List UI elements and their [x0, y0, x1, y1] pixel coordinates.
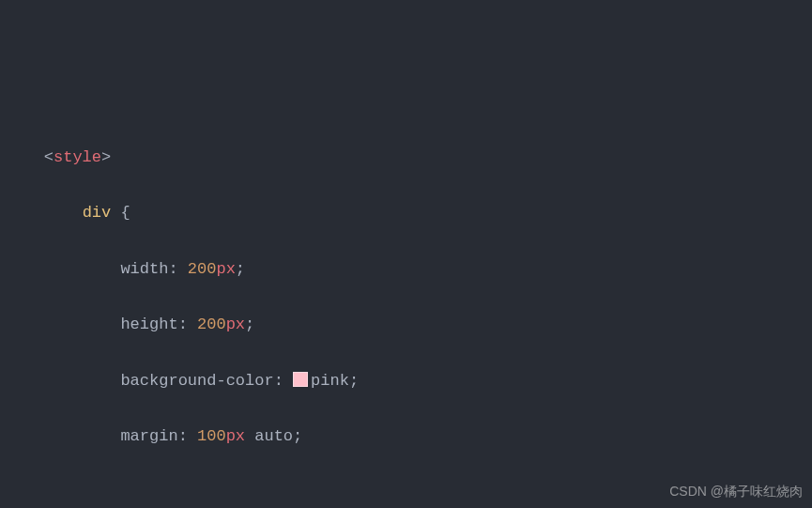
tag-style: style [54, 148, 101, 166]
color-swatch-pink-icon [293, 372, 308, 387]
code-line: width: 200px; [6, 255, 812, 284]
angle-close: > [101, 148, 111, 166]
angle-open: < [44, 148, 54, 166]
prop-height: height [120, 316, 177, 333]
value-unit: px [226, 427, 245, 445]
code-line: margin: 100px auto; [6, 423, 812, 451]
value-auto: auto [254, 427, 293, 445]
value-number: 100 [197, 427, 226, 445]
selector-div: div [83, 204, 112, 222]
watermark: CSDN @橘子味红烧肉 [669, 480, 803, 503]
code-line: background-color: pink; [6, 367, 812, 395]
code-editor[interactable]: <style> div { width: 200px; height: 200p… [0, 112, 812, 508]
prop-background-color: background-color [120, 372, 273, 390]
value-unit: px [216, 260, 235, 278]
value-number: 200 [188, 260, 217, 278]
prop-margin: margin [120, 427, 177, 445]
value-color: pink [311, 372, 349, 390]
code-line: <style> [6, 144, 812, 172]
value-number: 200 [197, 316, 226, 333]
code-line: height: 200px; [6, 311, 812, 339]
prop-width: width [120, 260, 168, 278]
brace-open: { [111, 204, 130, 222]
code-line: div { [6, 199, 812, 227]
value-unit: px [226, 316, 245, 333]
